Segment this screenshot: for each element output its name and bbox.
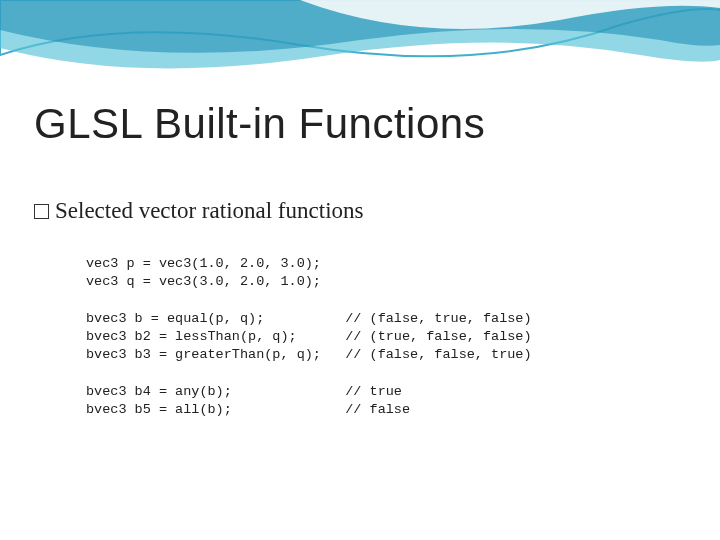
code-line: bvec3 b4 = any(b); // true — [86, 384, 402, 399]
subtitle-row: Selected vector rational functions — [34, 198, 363, 224]
slide-title: GLSL Built-in Functions — [34, 100, 485, 148]
code-line: bvec3 b3 = greaterThan(p, q); // (false,… — [86, 347, 532, 362]
code-line: bvec3 b = equal(p, q); // (false, true, … — [86, 311, 532, 326]
code-line: vec3 q = vec3(3.0, 2.0, 1.0); — [86, 274, 321, 289]
slide-subtitle: Selected vector rational functions — [55, 198, 363, 224]
code-line: vec3 p = vec3(1.0, 2.0, 3.0); — [86, 256, 321, 271]
code-block: vec3 p = vec3(1.0, 2.0, 3.0); vec3 q = v… — [86, 255, 532, 419]
bullet-box-icon — [34, 204, 49, 219]
code-line: bvec3 b5 = all(b); // false — [86, 402, 410, 417]
code-line: bvec3 b2 = lessThan(p, q); // (true, fal… — [86, 329, 532, 344]
